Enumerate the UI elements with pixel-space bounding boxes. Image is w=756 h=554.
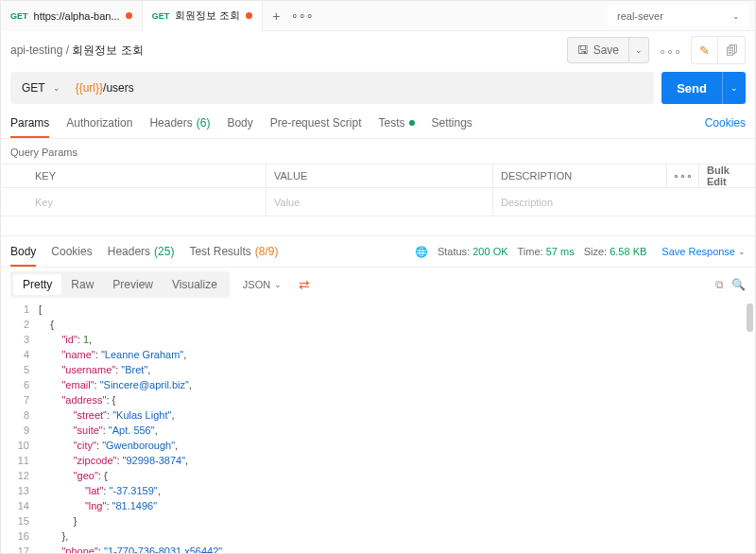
resp-tab-body[interactable]: Body [10,236,36,267]
unsaved-dot-icon [246,12,252,19]
url-bar: GET ⌄ {{url}}/users [10,72,654,104]
edit-icon[interactable]: ✎ [692,37,718,63]
tab-title: 회원정보 조회 [175,9,240,23]
response-body[interactable]: 12345678910111213141516171819202122 [ { … [1,302,755,554]
chevron-down-icon: ⌄ [732,11,740,21]
wrap-lines-icon[interactable]: ⇄ [295,277,314,292]
save-dropdown[interactable]: ⌄ [628,38,648,62]
request-tabs-bar: GET https://alpha-ban... GET 회원정보 조회 + ∘… [1,1,755,31]
code-content: [ { "id": 1, "name": "Leanne Graham", "u… [39,302,755,554]
param-desc-input[interactable]: Description [492,188,755,216]
send-dropdown[interactable]: ⌄ [722,72,746,104]
method-value: GET [22,81,45,95]
save-response-button[interactable]: Save Response ⌄ [662,246,746,257]
request-subtabs: Params Authorization Headers (6) Body Pr… [1,107,755,139]
tab-authorization[interactable]: Authorization [66,107,132,138]
line-gutter: 12345678910111213141516171819202122 [1,302,39,554]
cookies-link[interactable]: Cookies [705,107,746,138]
url-variable: {{url}} [76,81,103,95]
view-pretty[interactable]: Pretty [13,274,61,295]
new-tab-button[interactable]: + [263,9,289,24]
col-value: VALUE [266,164,492,187]
comment-icon[interactable]: 🗐 [718,37,745,63]
param-value-input[interactable]: Value [266,188,492,216]
more-actions-button[interactable]: ∘∘∘ [657,37,683,63]
chevron-down-icon: ⌄ [635,45,643,55]
resp-tab-tests[interactable]: Test Results (8/9) [189,236,278,267]
save-button[interactable]: 🖫 Save [568,38,628,62]
response-status: 🌐 Status: 200 OK Time: 57 ms Size: 6.58 … [415,246,646,258]
tab-request-1[interactable]: GET 회원정보 조회 [143,1,264,31]
response-actions: ⧉ 🔍 [715,278,746,291]
tab-body[interactable]: Body [227,107,252,138]
send-group: Send ⌄ [662,72,746,104]
format-selector[interactable]: JSON ⌄ [235,275,289,294]
tab-tests[interactable]: Tests [378,107,414,138]
view-raw[interactable]: Raw [61,274,103,295]
response-view-bar: Pretty Raw Preview Visualize JSON ⌄ ⇄ ⧉ … [1,268,755,302]
tab-overflow-button[interactable]: ∘∘∘ [289,9,316,23]
url-row: GET ⌄ {{url}}/users Send ⌄ [1,69,755,107]
breadcrumb: api-testing / 회원정보 조회 [10,43,144,59]
resp-tab-headers[interactable]: Headers (25) [108,236,175,267]
scrollbar-thumb[interactable] [747,303,753,332]
query-params-label: Query Params [1,139,755,164]
tab-params[interactable]: Params [10,107,49,138]
tab-headers[interactable]: Headers (6) [149,107,210,138]
bulk-edit-button[interactable]: Bulk Edit [698,164,755,187]
copy-icon[interactable]: ⧉ [715,278,724,291]
tab-settings[interactable]: Settings [432,107,472,138]
network-icon[interactable]: 🌐 [415,246,428,258]
view-mode-group: Pretty Raw Preview Visualize [10,271,230,298]
environment-selector[interactable]: real-sever ⌄ [608,5,749,27]
url-input[interactable]: {{url}}/users [68,81,142,95]
params-table-header: KEY VALUE DESCRIPTION ∘∘∘ Bulk Edit [1,164,755,188]
tab-method: GET [152,11,170,21]
chevron-down-icon: ⌄ [53,83,60,93]
send-button[interactable]: Send [662,72,722,104]
response-tabs: Body Cookies Headers (25) Test Results (… [1,235,755,268]
search-icon[interactable]: 🔍 [731,278,746,291]
save-icon: 🖫 [577,43,589,57]
request-header: api-testing / 회원정보 조회 🖫 Save ⌄ ∘∘∘ ✎ 🗐 [1,31,755,69]
tests-indicator-icon [409,120,415,126]
param-key-input[interactable]: Key [1,188,266,216]
view-preview[interactable]: Preview [103,274,163,295]
resp-tab-cookies[interactable]: Cookies [51,236,92,267]
save-button-group: 🖫 Save ⌄ [567,37,649,63]
method-selector[interactable]: GET ⌄ [10,72,68,104]
tab-title: https://alpha-ban... [34,10,120,22]
tab-method: GET [10,11,28,21]
chevron-down-icon: ⌄ [274,280,282,289]
url-path: /users [103,81,134,95]
breadcrumb-current: 회원정보 조회 [72,43,143,57]
param-row-empty: Key Value Description [1,188,755,216]
col-description: DESCRIPTION [492,164,666,187]
col-actions-button[interactable]: ∘∘∘ [666,164,698,187]
tab-prerequest[interactable]: Pre-request Script [270,107,362,138]
chevron-down-icon: ⌄ [738,247,746,256]
tab-request-0[interactable]: GET https://alpha-ban... [1,1,143,31]
unsaved-dot-icon [126,12,132,19]
breadcrumb-parent[interactable]: api-testing [10,43,62,57]
environment-name: real-sever [617,10,663,22]
view-visualize[interactable]: Visualize [163,274,227,295]
col-key: KEY [1,164,266,187]
save-label: Save [593,43,619,57]
view-toggle-group: ✎ 🗐 [691,36,746,64]
